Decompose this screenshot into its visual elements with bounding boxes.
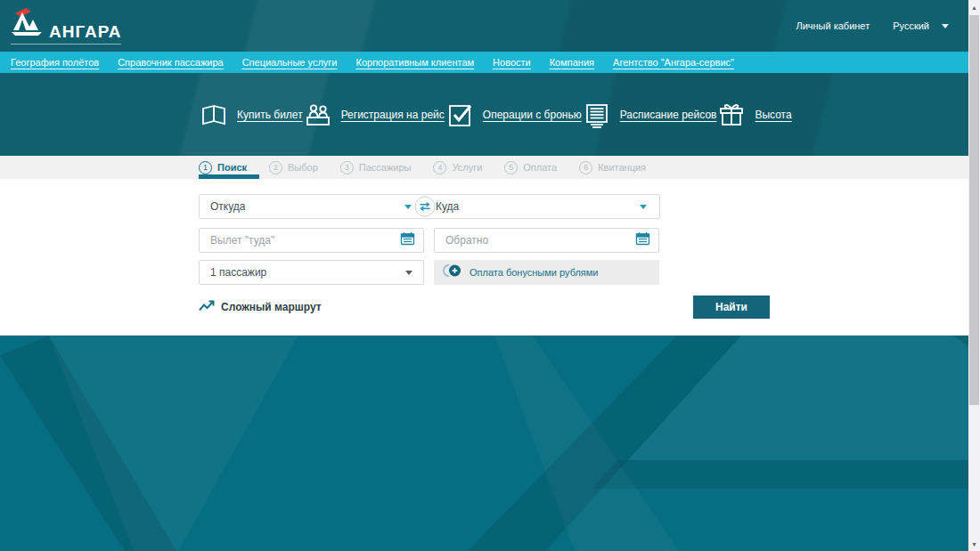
destination-input[interactable]: [425, 195, 659, 218]
search-button[interactable]: Найти: [693, 296, 770, 319]
origin-select[interactable]: [200, 195, 425, 218]
hero-tab-label: Операции с бронью: [483, 109, 582, 121]
hero-tab-label: Высота: [755, 109, 791, 121]
hero-section: Купить билет Регистрация на рейс: [0, 73, 968, 156]
flight-search-form: Оплата бонусными рублями Сложный маршрут: [199, 179, 770, 319]
header-right-links: Личный кабинет Русский: [796, 20, 949, 31]
form-actions-row: Сложный маршрут Найти: [199, 296, 770, 319]
nav-item-agency[interactable]: Агентство "Ангара-сервис": [613, 57, 734, 68]
return-date-input[interactable]: [435, 229, 658, 252]
nav-item-passenger-guide[interactable]: Справочник пассажира: [118, 57, 223, 68]
scrollbar-thumb[interactable]: [969, 15, 979, 405]
language-label: Русский: [893, 20, 929, 31]
origin-input[interactable]: [200, 195, 424, 218]
passengers-input[interactable]: [200, 261, 423, 284]
step-payment[interactable]: 5 Оплата: [504, 156, 562, 179]
logo-text: АНГАРА: [49, 23, 121, 40]
scrollbar-up-arrow[interactable]: ▲: [968, 0, 980, 14]
ticket-book-icon: [199, 100, 229, 130]
nav-item-news[interactable]: Новости: [493, 57, 531, 68]
step-label: Квитанция: [598, 162, 646, 173]
angara-letter-watermark: [0, 336, 968, 551]
depart-date-field[interactable]: [199, 228, 424, 253]
dates-row: [199, 228, 660, 253]
route-zigzag-icon: [199, 299, 215, 315]
gift-icon: [716, 100, 747, 130]
hero-tabs-row: Купить билет Регистрация на рейс: [199, 73, 770, 156]
step-label: Оплата: [523, 162, 557, 173]
flight-search-section: Оплата бонусными рублями Сложный маршрут: [0, 179, 968, 336]
personal-account-link[interactable]: Личный кабинет: [796, 20, 870, 31]
step-number: 5: [504, 161, 518, 174]
swap-directions-button[interactable]: [415, 197, 436, 217]
angara-logo-icon: [11, 7, 43, 40]
checkbox-check-icon: [445, 100, 475, 130]
bonus-payment-label: Оплата бонусными рублями: [470, 267, 599, 278]
schedule-list-icon: [582, 100, 612, 130]
top-header: АНГАРА Личный кабинет Русский: [0, 0, 968, 52]
return-date-field[interactable]: [434, 228, 659, 253]
step-selection[interactable]: 2 Выбор: [269, 156, 323, 179]
booking-steps-bar: 1 Поиск 2 Выбор 3 Пассажиры 4 Услуги 5: [0, 156, 968, 179]
chevron-down-icon: [942, 24, 949, 28]
scrollbar-down-arrow[interactable]: ▼: [968, 537, 980, 551]
checkin-desk-icon: [303, 100, 333, 130]
passengers-select[interactable]: [199, 260, 424, 285]
hero-tab-checkin[interactable]: Регистрация на рейс: [303, 100, 445, 130]
nav-item-flight-geography[interactable]: География полётов: [11, 57, 99, 68]
step-receipt[interactable]: 6 Квитанция: [579, 156, 651, 179]
step-number: 4: [433, 161, 446, 174]
bonus-plus-icon: [443, 263, 462, 281]
angara-airline-booking-page: АНГАРА Личный кабинет Русский География …: [0, 0, 980, 551]
nav-item-corporate-clients[interactable]: Корпоративным клиентам: [355, 57, 474, 68]
step-label: Выбор: [288, 162, 318, 173]
swap-arrows-icon: [420, 202, 431, 212]
nav-item-special-services[interactable]: Специальные услуги: [242, 57, 338, 68]
step-number: 2: [269, 161, 282, 174]
footer-watermark-area: [0, 336, 968, 551]
hero-tab-vysota[interactable]: Высота: [716, 100, 791, 130]
language-selector[interactable]: Русский: [893, 20, 949, 31]
step-label: Поиск: [217, 162, 247, 173]
step-services[interactable]: 4 Услуги: [433, 156, 487, 179]
step-number: 1: [199, 161, 212, 174]
destination-select[interactable]: [425, 195, 659, 218]
hero-tab-schedule[interactable]: Расписание рейсов: [582, 100, 717, 130]
step-number: 3: [340, 161, 354, 174]
angara-logo[interactable]: АНГАРА: [11, 7, 121, 45]
hero-tab-buy-ticket[interactable]: Купить билет: [199, 100, 303, 130]
depart-date-input[interactable]: [200, 229, 423, 252]
complex-route-link[interactable]: Сложный маршрут: [199, 299, 322, 315]
browser-viewport: АНГАРА Личный кабинет Русский География …: [0, 0, 968, 551]
nav-item-company[interactable]: Компания: [550, 57, 594, 68]
passengers-row: Оплата бонусными рублями: [199, 260, 660, 285]
hero-tab-label: Регистрация на рейс: [341, 109, 445, 121]
booking-steps: 1 Поиск 2 Выбор 3 Пассажиры 4 Услуги 5: [199, 156, 770, 179]
hero-tab-label: Расписание рейсов: [620, 109, 717, 121]
step-label: Пассажиры: [359, 162, 412, 173]
step-passengers[interactable]: 3 Пассажиры: [340, 156, 417, 179]
hero-tab-booking-operations[interactable]: Операции с бронью: [445, 100, 582, 130]
complex-route-label: Сложный маршрут: [221, 301, 322, 313]
hero-tab-label: Купить билет: [237, 109, 303, 121]
step-label: Услуги: [452, 162, 482, 173]
origin-destination-row: [199, 194, 660, 219]
vertical-scrollbar[interactable]: ▲ ▼: [968, 0, 980, 551]
step-search[interactable]: 1 Поиск: [199, 156, 252, 179]
bonus-payment-toggle[interactable]: Оплата бонусными рублями: [434, 260, 659, 285]
step-number: 6: [579, 161, 592, 174]
main-nav: География полётов Справочник пассажира С…: [0, 52, 968, 73]
